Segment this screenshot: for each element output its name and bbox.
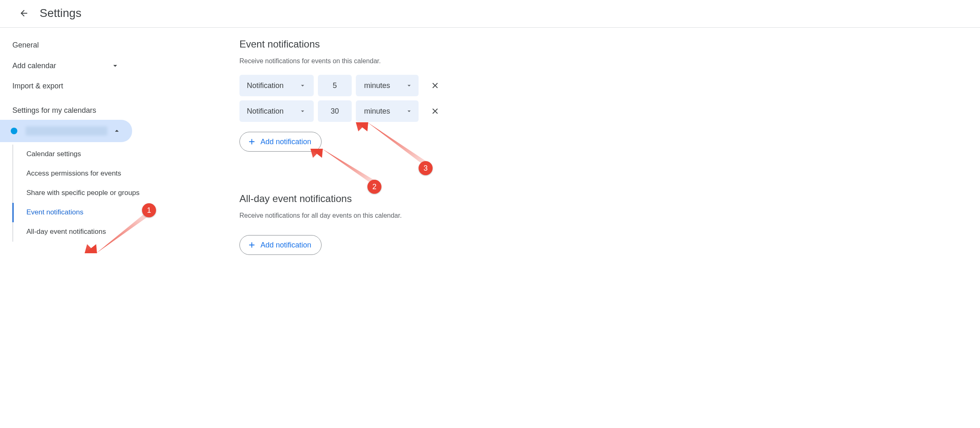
sidebar-item-add-calendar[interactable]: Add calendar [0, 55, 132, 76]
remove-notification-button[interactable] [426, 102, 444, 120]
chevron-down-icon [111, 61, 120, 70]
plus-icon [247, 240, 256, 250]
plus-icon [247, 137, 256, 146]
notification-value-field[interactable] [318, 107, 352, 116]
subnav-share[interactable]: Share with specific people or groups [13, 183, 157, 203]
page-title: Settings [40, 7, 81, 20]
section-description: Receive notifications for events on this… [239, 57, 578, 65]
calendar-color-dot [11, 128, 17, 134]
sidebar-label: Import & export [12, 82, 63, 90]
subnav-event-notifications[interactable]: Event notifications [12, 203, 157, 222]
section-title: Event notifications [239, 38, 578, 50]
notification-row: Notification minutes [239, 75, 578, 96]
header-bar: Settings [0, 0, 980, 28]
notification-type-value: Notification [247, 81, 284, 90]
remove-notification-button[interactable] [426, 76, 444, 95]
layout: General Add calendar Import & export Set… [0, 28, 980, 266]
annotation-marker-3: 3 [419, 161, 433, 175]
arrow-left-icon [19, 8, 29, 18]
notification-type-value: Notification [247, 107, 284, 116]
add-notification-button[interactable]: Add notification [239, 132, 322, 152]
sidebar-label: General [12, 41, 39, 50]
notification-unit-value: minutes [364, 81, 390, 90]
sidebar-calendar-selected[interactable] [0, 120, 132, 142]
sidebar-heading-my-calendars: Settings for my calendars [0, 96, 157, 120]
section-allday-notifications: All-day event notifications Receive noti… [239, 193, 578, 255]
notification-value-input[interactable] [318, 75, 352, 96]
close-icon [431, 107, 440, 116]
annotation-marker-2: 2 [367, 180, 381, 194]
calendar-name-redacted [26, 126, 107, 136]
notification-unit-select[interactable]: minutes [356, 75, 419, 96]
dropdown-icon [299, 107, 306, 115]
sidebar-subnav: Calendar settings Access permissions for… [12, 145, 157, 242]
subnav-calendar-settings[interactable]: Calendar settings [13, 145, 157, 164]
notification-value-field[interactable] [318, 81, 352, 90]
back-button[interactable] [16, 5, 32, 21]
notification-row: Notification minutes [239, 100, 578, 122]
sidebar-item-import-export[interactable]: Import & export [0, 76, 132, 96]
notification-value-input[interactable] [318, 100, 352, 122]
sidebar-label: Add calendar [12, 62, 56, 70]
dropdown-icon [299, 82, 306, 89]
notification-unit-value: minutes [364, 107, 390, 116]
annotation-marker-1: 1 [142, 203, 156, 217]
sidebar: General Add calendar Import & export Set… [0, 28, 157, 266]
add-notification-label: Add notification [260, 138, 311, 146]
add-notification-button[interactable]: Add notification [239, 235, 322, 255]
section-event-notifications: Event notifications Receive notification… [239, 38, 578, 152]
subnav-allday-notifications[interactable]: All-day event notifications [13, 222, 157, 242]
section-title: All-day event notifications [239, 193, 578, 204]
sidebar-item-general[interactable]: General [0, 35, 132, 55]
notification-unit-select[interactable]: minutes [356, 100, 419, 122]
notification-type-select[interactable]: Notification [239, 75, 314, 96]
close-icon [431, 81, 440, 90]
notification-type-select[interactable]: Notification [239, 100, 314, 122]
dropdown-icon [405, 82, 413, 89]
dropdown-icon [405, 107, 413, 115]
chevron-up-icon [112, 126, 121, 136]
section-description: Receive notifications for all day events… [239, 212, 578, 219]
subnav-access-permissions[interactable]: Access permissions for events [13, 164, 157, 183]
add-notification-label: Add notification [260, 241, 311, 250]
content: Event notifications Receive notification… [223, 28, 594, 266]
